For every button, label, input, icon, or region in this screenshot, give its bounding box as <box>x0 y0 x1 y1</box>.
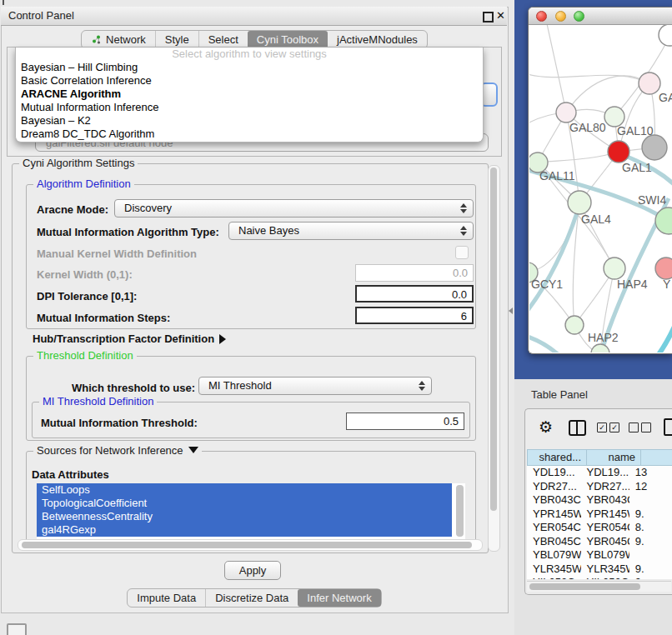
spinner-arrows-icon <box>460 202 467 214</box>
network-node-y[interactable] <box>655 258 672 279</box>
mi-threshold-field[interactable]: 0.5 <box>346 412 464 430</box>
algorithm-option-basic-correlation-inference[interactable]: Basic Correlation Inference <box>16 74 483 88</box>
unchecked-column-icon[interactable] <box>629 422 639 432</box>
settings-vertical-scrollbar[interactable] <box>488 165 500 552</box>
table-row[interactable]: YBL079WYBL079W <box>527 548 672 562</box>
algorithm-placeholder: Select algorithm to view settings <box>16 48 483 61</box>
table-row[interactable]: YIL052CYIL052C9 <box>527 576 672 579</box>
tab-network[interactable]: Network <box>82 31 155 48</box>
network-node-node[interactable] <box>642 135 667 160</box>
network-node-gal1[interactable] <box>608 141 629 162</box>
close-traffic-light[interactable] <box>536 11 547 22</box>
sources-group-title[interactable]: Sources for Network Inference <box>33 444 202 457</box>
tab-cyni-toolbox[interactable]: Cyni Toolbox <box>248 31 328 48</box>
table-cell: YER054C <box>527 521 581 535</box>
network-window-titlebar[interactable] <box>529 8 672 25</box>
network-node-gal80[interactable] <box>556 102 576 122</box>
table-cell: YBR043C <box>527 493 581 508</box>
attribute-item[interactable]: SelfLoops <box>37 483 452 497</box>
network-edge[interactable] <box>566 76 649 112</box>
column-header-shared-[interactable]: shared... <box>527 449 587 466</box>
collapsed-panel-icon[interactable] <box>7 623 27 635</box>
network-node-gal4[interactable] <box>568 191 591 214</box>
manual-kernel-checkbox[interactable] <box>455 246 469 259</box>
mi-steps-label: Mutual Information Steps: <box>37 312 170 324</box>
aracne-mode-combo[interactable]: Discovery <box>114 199 474 218</box>
attribute-item[interactable]: BetweennessCentrality <box>37 510 452 523</box>
algorithm-option-bayesian-hill-climbing[interactable]: Bayesian – Hill Climbing <box>16 61 483 74</box>
column-header-a[interactable]: A <box>641 449 672 466</box>
close-icon[interactable]: ✕ <box>496 9 505 22</box>
tab-label: jActiveMNodules <box>337 33 418 46</box>
table-row[interactable]: YPR145WYPR145W9. <box>527 508 672 522</box>
algorithm-option-bayesian-k2[interactable]: Bayesian – K2 <box>16 114 483 128</box>
table-cell: YLR345W <box>527 562 581 577</box>
table-row[interactable]: YBR043CYBR043C <box>527 493 672 508</box>
which-threshold-combo[interactable]: MI Threshold <box>198 377 432 395</box>
algorithm-option-dream8-dc-tdc-algorithm[interactable]: Dream8 DC_TDC Algorithm <box>16 128 483 141</box>
tab-discretize-data[interactable]: Discretize Data <box>205 589 298 607</box>
algorithm-option-mutual-information-inference[interactable]: Mutual Information Inference <box>16 101 483 114</box>
node-label: GAL4 <box>581 212 611 226</box>
hub-definition-toggle[interactable]: Hub/Transcription Factor Definition <box>33 332 226 345</box>
network-edge[interactable] <box>529 202 579 272</box>
table-row[interactable]: YLR345WYLR345W9. <box>527 562 672 577</box>
tab-impute-data[interactable]: Impute Data <box>128 589 205 607</box>
list-scrollbar[interactable] <box>456 485 464 537</box>
float-window-icon[interactable] <box>483 12 494 22</box>
zoom-traffic-light[interactable] <box>574 11 584 22</box>
network-edge[interactable] <box>631 317 672 352</box>
gear-icon[interactable]: ⚙ <box>539 418 553 437</box>
tab-style[interactable]: Style <box>155 31 198 48</box>
node-label: GCY1 <box>531 278 563 291</box>
split-columns-icon[interactable] <box>569 420 586 436</box>
minimize-traffic-light[interactable] <box>555 11 566 22</box>
algorithm-dropdown-popup: Select algorithm to view settings Bayesi… <box>15 48 484 142</box>
network-node-hap2[interactable] <box>565 316 584 334</box>
table-cell <box>629 493 672 508</box>
tab-infer-network[interactable]: Infer Network <box>298 589 380 607</box>
document-icon[interactable] <box>664 418 672 436</box>
manual-kernel-label: Manual Kernel Width Definition <box>37 248 197 260</box>
kernel-width-field[interactable]: 0.0 <box>355 264 474 282</box>
apply-button[interactable]: Apply <box>224 561 281 580</box>
table-row[interactable]: YER054CYER054C8. <box>527 521 672 535</box>
attribute-item[interactable]: gal4RGexp <box>37 523 452 537</box>
table-cell: 8. <box>629 521 672 535</box>
network-edge[interactable] <box>529 73 649 83</box>
attribute-item[interactable]: TopologicalCoefficient <box>37 497 452 510</box>
table-horizontal-scrollbar[interactable] <box>527 581 671 592</box>
table-cell: 9. <box>629 562 672 577</box>
mi-type-combo[interactable]: Naive Bayes <box>228 222 474 240</box>
network-edge[interactable] <box>529 205 579 317</box>
tab-jactivemnodules[interactable]: jActiveMNodules <box>328 31 427 48</box>
column-header-name[interactable]: name <box>587 449 641 466</box>
threshold-definition-group: Threshold Definition Which threshold to … <box>26 356 476 441</box>
aracne-mode-value: Discovery <box>124 202 172 214</box>
table-row[interactable]: YDL19...YDL19...13 <box>527 466 672 480</box>
network-canvas[interactable]: GALGAL80GAL10GAL1GAL11GAL4SWI4GCY1HAP4YH… <box>529 25 672 352</box>
network-edge[interactable] <box>538 152 619 162</box>
network-window: GALGAL80GAL10GAL1GAL11GAL4SWI4GCY1HAP4YH… <box>528 7 672 354</box>
table-row[interactable]: YDR27...YDR27...12 <box>527 480 672 494</box>
network-node-swi4[interactable] <box>655 208 672 234</box>
tab-select[interactable]: Select <box>198 31 248 48</box>
network-node-node[interactable] <box>659 25 672 46</box>
dpi-tolerance-field[interactable]: 0.0 <box>355 285 474 302</box>
mi-steps-field[interactable]: 6 <box>355 307 474 324</box>
algorithm-option-aracne-algorithm[interactable]: ARACNE Algorithm <box>16 88 483 101</box>
checked-column-icon[interactable]: ✓ <box>609 422 619 432</box>
network-node-node[interactable] <box>591 344 609 352</box>
network-node-gal[interactable] <box>639 72 660 94</box>
table-row[interactable]: YBR045CYBR045C9. <box>527 535 672 549</box>
settings-group-title: Cyni Algorithm Settings <box>19 157 138 169</box>
settings-horizontal-scrollbar[interactable] <box>18 539 483 551</box>
network-node-hap4[interactable] <box>604 258 625 279</box>
unchecked-column-icon[interactable] <box>641 422 651 432</box>
network-edge[interactable] <box>546 25 566 112</box>
splitter-collapse-handle[interactable] <box>509 308 513 314</box>
network-edge[interactable] <box>529 335 578 352</box>
node-label: GAL11 <box>539 169 575 182</box>
checked-column-icon[interactable]: ✓ <box>597 422 607 432</box>
data-attributes-list[interactable]: SelfLoopsTopologicalCoefficientBetweenne… <box>37 483 465 540</box>
